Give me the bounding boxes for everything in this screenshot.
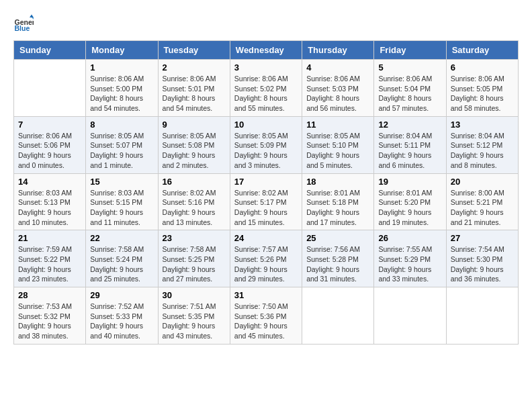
day-number: 6 (451, 62, 514, 73)
day-number: 2 (163, 62, 226, 73)
cell-content: Sunrise: 8:05 AMSunset: 5:07 PMDaylight:… (90, 131, 153, 171)
calendar-cell: 29Sunrise: 7:52 AMSunset: 5:33 PMDayligh… (86, 287, 158, 345)
calendar-cell: 27Sunrise: 7:54 AMSunset: 5:30 PMDayligh… (446, 230, 518, 287)
page-header: General Blue (13, 13, 519, 34)
day-number: 16 (163, 177, 226, 187)
cell-content: Sunrise: 8:06 AMSunset: 5:01 PMDaylight:… (163, 74, 226, 113)
cell-content: Sunrise: 7:53 AMSunset: 5:32 PMDaylight:… (18, 302, 81, 341)
cell-content: Sunrise: 8:05 AMSunset: 5:10 PMDaylight:… (306, 131, 369, 171)
calendar-cell: 30Sunrise: 7:51 AMSunset: 5:35 PMDayligh… (158, 287, 230, 345)
day-number: 8 (90, 120, 153, 130)
calendar-cell: 25Sunrise: 7:56 AMSunset: 5:28 PMDayligh… (302, 230, 374, 287)
calendar-cell (302, 287, 374, 345)
calendar-cell: 21Sunrise: 7:59 AMSunset: 5:22 PMDayligh… (14, 230, 86, 287)
day-number: 17 (234, 177, 298, 187)
day-number: 9 (163, 120, 226, 130)
day-number: 1 (90, 62, 153, 73)
calendar-week-4: 21Sunrise: 7:59 AMSunset: 5:22 PMDayligh… (14, 230, 519, 287)
day-number: 12 (378, 120, 441, 130)
cell-content: Sunrise: 7:50 AMSunset: 5:36 PMDaylight:… (234, 302, 298, 341)
day-number: 23 (163, 233, 226, 243)
cell-content: Sunrise: 7:54 AMSunset: 5:30 PMDaylight:… (451, 244, 514, 284)
calendar-week-3: 14Sunrise: 8:03 AMSunset: 5:13 PMDayligh… (14, 173, 519, 230)
day-number: 3 (234, 62, 298, 73)
day-number: 19 (378, 177, 441, 187)
cell-content: Sunrise: 7:58 AMSunset: 5:25 PMDaylight:… (163, 244, 226, 284)
calendar-cell: 14Sunrise: 8:03 AMSunset: 5:13 PMDayligh… (14, 173, 86, 230)
day-number: 28 (18, 290, 81, 300)
header-row: SundayMondayTuesdayWednesdayThursdayFrid… (14, 41, 519, 60)
column-header-friday: Friday (374, 41, 446, 60)
calendar-cell: 16Sunrise: 8:02 AMSunset: 5:16 PMDayligh… (158, 173, 230, 230)
cell-content: Sunrise: 7:56 AMSunset: 5:28 PMDaylight:… (306, 244, 369, 284)
cell-content: Sunrise: 7:59 AMSunset: 5:22 PMDaylight:… (18, 244, 81, 284)
calendar-cell: 20Sunrise: 8:00 AMSunset: 5:21 PMDayligh… (446, 173, 518, 230)
cell-content: Sunrise: 8:06 AMSunset: 5:05 PMDaylight:… (451, 74, 514, 113)
day-number: 4 (306, 62, 369, 73)
calendar-cell (446, 287, 518, 345)
cell-content: Sunrise: 8:02 AMSunset: 5:17 PMDaylight:… (234, 188, 298, 228)
calendar-cell: 6Sunrise: 8:06 AMSunset: 5:05 PMDaylight… (446, 60, 518, 117)
calendar-week-1: 1Sunrise: 8:06 AMSunset: 5:00 PMDaylight… (14, 60, 519, 117)
calendar-cell: 12Sunrise: 8:04 AMSunset: 5:11 PMDayligh… (374, 116, 446, 173)
day-number: 27 (451, 233, 514, 243)
column-header-sunday: Sunday (14, 41, 86, 60)
day-number: 29 (90, 290, 153, 300)
day-number: 11 (306, 120, 369, 130)
day-number: 5 (378, 62, 441, 73)
cell-content: Sunrise: 8:06 AMSunset: 5:03 PMDaylight:… (306, 74, 369, 113)
cell-content: Sunrise: 8:01 AMSunset: 5:18 PMDaylight:… (306, 188, 369, 228)
day-number: 18 (306, 177, 369, 187)
day-number: 10 (234, 120, 298, 130)
calendar-cell: 17Sunrise: 8:02 AMSunset: 5:17 PMDayligh… (230, 173, 302, 230)
column-header-thursday: Thursday (302, 41, 374, 60)
day-number: 22 (90, 233, 153, 243)
svg-marker-2 (30, 15, 34, 18)
calendar-cell (14, 60, 86, 117)
calendar-cell: 1Sunrise: 8:06 AMSunset: 5:00 PMDaylight… (86, 60, 158, 117)
cell-content: Sunrise: 8:00 AMSunset: 5:21 PMDaylight:… (451, 188, 514, 228)
day-number: 30 (163, 290, 226, 300)
calendar-cell: 8Sunrise: 8:05 AMSunset: 5:07 PMDaylight… (86, 116, 158, 173)
calendar-cell: 22Sunrise: 7:58 AMSunset: 5:24 PMDayligh… (86, 230, 158, 287)
cell-content: Sunrise: 8:05 AMSunset: 5:08 PMDaylight:… (163, 131, 226, 171)
day-number: 31 (234, 290, 298, 300)
cell-content: Sunrise: 7:55 AMSunset: 5:29 PMDaylight:… (378, 244, 441, 284)
logo-icon: General Blue (13, 13, 34, 34)
calendar-cell: 31Sunrise: 7:50 AMSunset: 5:36 PMDayligh… (230, 287, 302, 345)
calendar-cell: 5Sunrise: 8:06 AMSunset: 5:04 PMDaylight… (374, 60, 446, 117)
cell-content: Sunrise: 8:03 AMSunset: 5:15 PMDaylight:… (90, 188, 153, 228)
calendar-week-5: 28Sunrise: 7:53 AMSunset: 5:32 PMDayligh… (14, 287, 519, 345)
calendar-cell: 3Sunrise: 8:06 AMSunset: 5:02 PMDaylight… (230, 60, 302, 117)
day-number: 24 (234, 233, 298, 243)
calendar-cell: 7Sunrise: 8:06 AMSunset: 5:06 PMDaylight… (14, 116, 86, 173)
column-header-monday: Monday (86, 41, 158, 60)
day-number: 21 (18, 233, 81, 243)
calendar-cell: 11Sunrise: 8:05 AMSunset: 5:10 PMDayligh… (302, 116, 374, 173)
cell-content: Sunrise: 8:02 AMSunset: 5:16 PMDaylight:… (163, 188, 226, 228)
cell-content: Sunrise: 7:52 AMSunset: 5:33 PMDaylight:… (90, 302, 153, 341)
calendar-cell: 26Sunrise: 7:55 AMSunset: 5:29 PMDayligh… (374, 230, 446, 287)
calendar-cell: 10Sunrise: 8:05 AMSunset: 5:09 PMDayligh… (230, 116, 302, 173)
cell-content: Sunrise: 8:04 AMSunset: 5:12 PMDaylight:… (451, 131, 514, 171)
calendar-cell: 24Sunrise: 7:57 AMSunset: 5:26 PMDayligh… (230, 230, 302, 287)
cell-content: Sunrise: 7:57 AMSunset: 5:26 PMDaylight:… (234, 244, 298, 284)
cell-content: Sunrise: 8:01 AMSunset: 5:20 PMDaylight:… (378, 188, 441, 228)
day-number: 7 (18, 120, 81, 130)
calendar-table: SundayMondayTuesdayWednesdayThursdayFrid… (13, 40, 519, 345)
cell-content: Sunrise: 7:58 AMSunset: 5:24 PMDaylight:… (90, 244, 153, 284)
column-header-tuesday: Tuesday (158, 41, 230, 60)
cell-content: Sunrise: 8:05 AMSunset: 5:09 PMDaylight:… (234, 131, 298, 171)
cell-content: Sunrise: 8:06 AMSunset: 5:00 PMDaylight:… (90, 74, 153, 113)
column-header-saturday: Saturday (446, 41, 518, 60)
logo: General Blue (13, 13, 36, 34)
cell-content: Sunrise: 8:06 AMSunset: 5:06 PMDaylight:… (18, 131, 81, 171)
cell-content: Sunrise: 8:06 AMSunset: 5:02 PMDaylight:… (234, 74, 298, 113)
cell-content: Sunrise: 7:51 AMSunset: 5:35 PMDaylight:… (163, 302, 226, 341)
day-number: 25 (306, 233, 369, 243)
day-number: 15 (90, 177, 153, 187)
cell-content: Sunrise: 8:04 AMSunset: 5:11 PMDaylight:… (378, 131, 441, 171)
cell-content: Sunrise: 8:03 AMSunset: 5:13 PMDaylight:… (18, 188, 81, 228)
day-number: 14 (18, 177, 81, 187)
calendar-cell: 13Sunrise: 8:04 AMSunset: 5:12 PMDayligh… (446, 116, 518, 173)
